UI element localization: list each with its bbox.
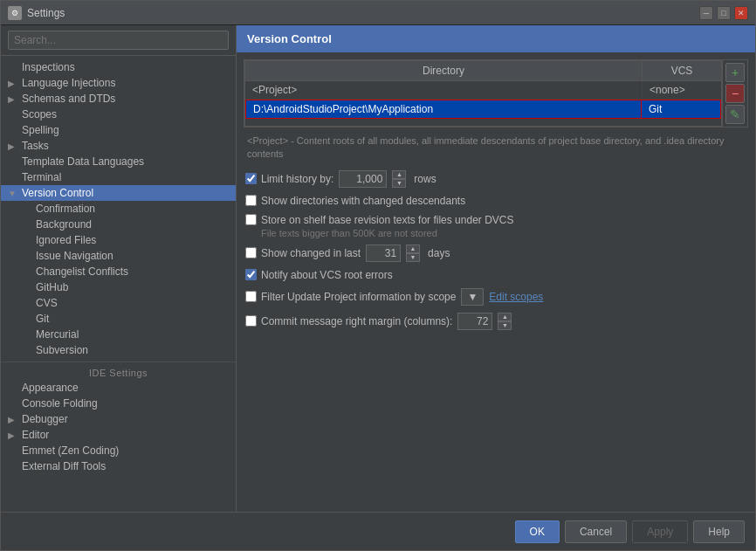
sidebar-item-ignored-files[interactable]: Ignored Files [1,232,236,248]
col-directory-header: Directory [245,61,643,80]
limit-history-input[interactable] [339,170,387,188]
commit-margin-down[interactable]: ▼ [498,321,512,330]
sidebar-item-label: Editor [22,429,49,441]
filter-update-row: Filter Update Project information by sco… [244,285,748,309]
store-shelf-checkbox[interactable] [245,214,257,225]
vcs-row-project-dir: <Project> [245,81,643,99]
arrow-icon: ▶ [8,415,20,424]
vcs-side-buttons: + − ✎ [722,60,747,127]
limit-history-spinner: ▲ ▼ [392,170,406,188]
show-changed-last-up[interactable]: ▲ [406,245,420,253]
project-note: <Project> - Content roots of all modules… [244,127,748,167]
show-changed-last-checkbox[interactable] [245,247,257,258]
edit-scopes-link[interactable]: Edit scopes [489,291,543,303]
sidebar-item-inspections[interactable]: Inspections [1,59,236,75]
notify-vcs-errors-label: Notify about VCS root errors [245,269,393,281]
sidebar-item-cvs[interactable]: CVS [1,295,236,311]
window-title: Settings [27,7,699,19]
sidebar-item-label: Schemas and DTDs [22,93,115,105]
sidebar-item-spelling[interactable]: Spelling [1,122,236,138]
show-changed-last-input[interactable] [366,245,401,262]
sidebar-tree: Inspections▶Language Injections▶Schemas … [1,56,236,512]
remove-vcs-button[interactable]: − [725,84,745,103]
sidebar-item-label: Scopes [22,108,57,121]
sidebar-item-editor[interactable]: ▶Editor [1,427,236,443]
sidebar-item-background[interactable]: Background [1,217,236,232]
panel-content: Directory VCS <Project> <none> D:\Androi… [237,52,755,512]
sidebar-item-label: GitHub [36,281,68,293]
limit-history-checkbox[interactable] [245,173,257,184]
sidebar-item-terminal[interactable]: Terminal [1,169,236,185]
sidebar-item-label: Debugger [22,413,68,425]
show-changed-descendants-checkbox[interactable] [245,195,257,206]
add-vcs-button[interactable]: + [725,63,745,82]
sidebar-item-appearance[interactable]: Appearance [1,380,236,396]
arrow-icon: ▶ [8,94,20,104]
sidebar-item-language-injections[interactable]: ▶Language Injections [1,75,236,91]
sidebar-item-label: Changelist Conflicts [36,265,128,278]
sidebar-item-external-diff-tools[interactable]: External Diff Tools [1,458,236,474]
vcs-table: Directory VCS <Project> <none> D:\Androi… [244,60,722,127]
sidebar-item-confirmation[interactable]: Confirmation [1,201,236,217]
store-shelf-label: Store on shelf base revision texts for f… [245,214,513,226]
sidebar-item-version-control[interactable]: ▼Version Control [1,185,236,201]
commit-margin-label: Commit message right margin (columns): [245,315,452,327]
sidebar-item-issue-navigation[interactable]: Issue Navigation [1,248,236,264]
edit-vcs-button[interactable]: ✎ [725,105,745,124]
main-panel: Version Control Directory VCS <Project> … [237,25,755,512]
ok-button[interactable]: OK [515,520,560,543]
sidebar-item-label: Terminal [22,171,61,183]
show-changed-last-down[interactable]: ▼ [406,253,420,262]
commit-margin-checkbox[interactable] [245,315,257,327]
sidebar-item-debugger[interactable]: ▶Debugger [1,411,236,427]
sidebar-item-label: Git [36,313,49,325]
sidebar-item-scopes[interactable]: Scopes [1,107,236,122]
filter-update-checkbox[interactable] [245,291,257,302]
sidebar-item-console-folding[interactable]: Console Folding [1,396,236,411]
commit-margin-input[interactable] [457,313,492,330]
help-button[interactable]: Help [693,520,745,543]
show-changed-last-spinner: ▲ ▼ [406,245,420,262]
limit-history-down[interactable]: ▼ [392,179,406,188]
store-shelf-row: Store on shelf base revision texts for f… [244,210,748,230]
sidebar-item-tasks[interactable]: ▶Tasks [1,138,236,154]
title-bar: ⚙ Settings ─ □ ✕ [1,1,755,25]
limit-history-label: Limit history by: [245,173,333,185]
sidebar-item-git[interactable]: Git [1,311,236,327]
sidebar-item-label: Emmet (Zen Coding) [22,444,119,457]
notify-vcs-errors-checkbox[interactable] [245,269,257,280]
sidebar-item-changelist-conflicts[interactable]: Changelist Conflicts [1,264,236,279]
arrow-icon: ▶ [8,430,20,440]
sidebar-item-label: Version Control [22,187,93,199]
sidebar-item-github[interactable]: GitHub [1,279,236,295]
minimize-button[interactable]: ─ [699,6,713,20]
cancel-button[interactable]: Cancel [565,520,627,543]
search-input[interactable] [8,31,229,50]
store-shelf-note: File texts bigger than 500K are not stor… [244,228,748,241]
sidebar-item-label: Background [36,218,92,231]
commit-margin-up[interactable]: ▲ [498,313,512,321]
apply-button[interactable]: Apply [632,520,688,543]
show-changed-descendants-row: Show directories with changed descendant… [244,191,748,210]
notify-vcs-errors-row: Notify about VCS root errors [244,265,748,285]
sidebar-item-emmet[interactable]: Emmet (Zen Coding) [1,443,236,458]
sidebar-item-label: Language Injections [22,77,115,89]
maximize-button[interactable]: □ [717,6,731,20]
content-area: Inspections▶Language Injections▶Schemas … [1,25,755,512]
sidebar-item-schemas-dtds[interactable]: ▶Schemas and DTDs [1,91,236,107]
sidebar-item-subversion[interactable]: Subversion [1,342,236,358]
sidebar-item-label: Subversion [36,344,88,356]
filter-update-dropdown[interactable]: ▼ [461,288,484,306]
sidebar-item-template-data-languages[interactable]: Template Data Languages [1,154,236,169]
vcs-row-myapp[interactable]: D:\AndroidStudioProject\MyApplication Gi… [245,100,721,119]
close-button[interactable]: ✕ [734,6,748,20]
sidebar-item-mercurial[interactable]: Mercurial [1,327,236,342]
sidebar-item-label: Confirmation [36,203,95,215]
sidebar-item-label: Mercurial [36,328,79,341]
limit-history-up[interactable]: ▲ [392,170,406,179]
arrow-icon: ▼ [8,189,20,198]
sidebar: Inspections▶Language Injections▶Schemas … [1,25,237,512]
sidebar-item-label: Appearance [22,382,79,394]
vcs-row-project[interactable]: <Project> <none> [245,81,721,100]
vcs-row-myapp-vcs: Git [642,100,720,118]
